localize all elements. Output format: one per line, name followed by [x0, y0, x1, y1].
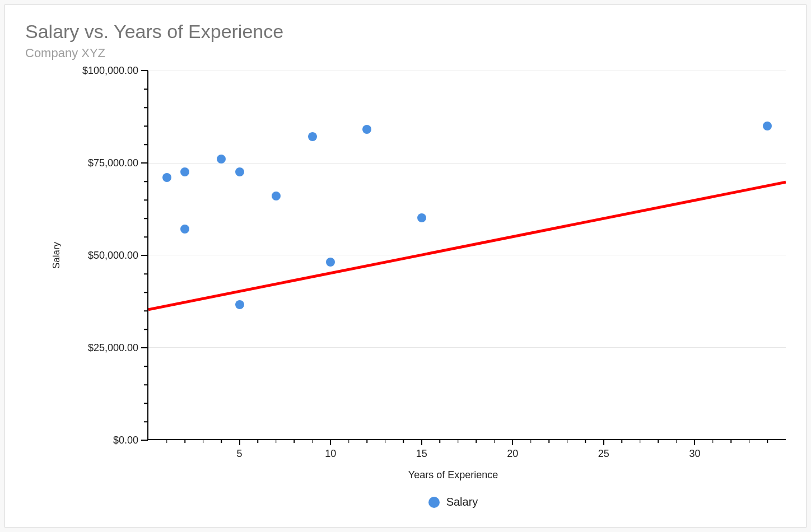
y-minor-tick — [144, 125, 148, 127]
y-minor-tick — [144, 403, 148, 404]
x-minor-tick — [622, 440, 623, 443]
y-tick-label: $25,000.00 — [88, 342, 138, 354]
data-point — [308, 132, 317, 141]
x-minor-tick — [712, 440, 714, 443]
data-point — [217, 155, 226, 164]
x-minor-tick — [530, 440, 532, 443]
y-tick-label: $75,000.00 — [88, 157, 138, 169]
x-minor-tick — [166, 440, 167, 443]
x-minor-tick — [184, 440, 185, 443]
x-minor-tick — [439, 440, 440, 443]
svg-line-0 — [148, 182, 786, 310]
data-point — [235, 300, 244, 309]
x-minor-tick — [293, 440, 295, 443]
x-minor-tick — [312, 440, 313, 443]
x-tick-label: 5 — [237, 448, 243, 460]
y-tick-mark — [141, 440, 148, 441]
data-point — [180, 225, 189, 234]
x-tick-mark — [694, 440, 695, 445]
plot-inner — [148, 71, 786, 440]
chart-container: Salary vs. Years of Experience Company X… — [4, 4, 807, 528]
y-tick-label: $100,000.00 — [82, 65, 138, 77]
x-tick-label: 20 — [507, 448, 518, 460]
y-axis: $0.00$25,000.00$50,000.00$75,000.00$100,… — [53, 71, 148, 440]
data-point — [235, 167, 244, 176]
y-tick-mark — [141, 255, 148, 256]
x-tick-label: 25 — [598, 448, 609, 460]
data-point — [272, 192, 281, 200]
legend: Salary — [120, 496, 786, 508]
y-tick-mark — [141, 162, 148, 164]
y-minor-tick — [144, 144, 148, 145]
y-minor-tick — [144, 310, 148, 311]
x-minor-tick — [658, 440, 659, 443]
gridline — [148, 255, 786, 255]
x-minor-tick — [203, 440, 204, 443]
x-tick-mark — [239, 440, 240, 445]
x-minor-tick — [585, 440, 586, 443]
chart-title: Salary vs. Years of Experience — [25, 21, 786, 43]
x-axis-label: Years of Experience — [120, 469, 786, 481]
x-minor-tick — [640, 440, 641, 443]
y-minor-tick — [144, 181, 148, 182]
x-minor-tick — [494, 440, 495, 443]
x-tick-label: 10 — [325, 448, 336, 460]
y-minor-tick — [144, 421, 148, 422]
x-minor-tick — [731, 440, 732, 443]
y-minor-tick — [144, 366, 148, 367]
gridline — [148, 347, 786, 348]
x-minor-tick — [549, 440, 550, 443]
y-tick-mark — [141, 70, 148, 71]
y-minor-tick — [144, 199, 148, 200]
y-tick-label: $50,000.00 — [88, 250, 138, 262]
x-minor-tick — [458, 440, 459, 443]
x-tick-mark — [330, 440, 331, 445]
trendline — [148, 71, 786, 532]
legend-dot-icon — [428, 497, 440, 508]
x-minor-tick — [403, 440, 404, 443]
x-axis: 51015202530 — [148, 440, 786, 463]
plot-area: Salary $0.00$25,000.00$50,000.00$75,000.… — [53, 71, 786, 440]
y-minor-tick — [144, 236, 148, 237]
x-minor-tick — [676, 440, 677, 443]
y-minor-tick — [144, 107, 148, 108]
y-tick-mark — [141, 347, 148, 348]
x-minor-tick — [276, 440, 277, 443]
data-point — [180, 167, 189, 176]
x-minor-tick — [476, 440, 477, 443]
x-minor-tick — [749, 440, 750, 443]
x-minor-tick — [767, 440, 768, 443]
x-tick-mark — [603, 440, 604, 445]
data-point — [362, 125, 371, 134]
x-minor-tick — [567, 440, 568, 443]
chart-subtitle: Company XYZ — [25, 46, 786, 60]
x-minor-tick — [385, 440, 386, 443]
y-tick-label: $0.00 — [113, 435, 138, 446]
x-minor-tick — [348, 440, 349, 443]
x-minor-tick — [221, 440, 222, 443]
legend-label: Salary — [446, 496, 478, 508]
y-minor-tick — [144, 218, 148, 219]
x-minor-tick — [257, 440, 258, 443]
x-tick-mark — [512, 440, 513, 445]
x-tick-label: 15 — [416, 448, 427, 460]
gridline — [148, 71, 786, 71]
y-minor-tick — [144, 88, 148, 90]
y-minor-tick — [144, 292, 148, 293]
x-minor-tick — [366, 440, 367, 443]
y-minor-tick — [144, 273, 148, 274]
y-minor-tick — [144, 384, 148, 385]
y-minor-tick — [144, 329, 148, 330]
x-tick-label: 30 — [689, 448, 700, 460]
gridline — [148, 163, 786, 164]
x-tick-mark — [421, 440, 422, 445]
data-point — [417, 213, 426, 222]
data-point — [326, 258, 335, 267]
data-point — [162, 173, 171, 182]
data-point — [763, 122, 772, 130]
